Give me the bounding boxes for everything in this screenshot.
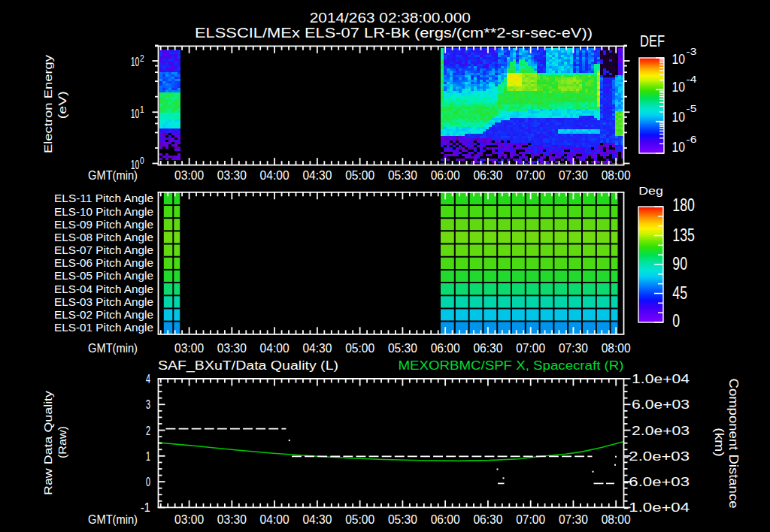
svg-text:1: 1 [140,104,144,115]
svg-text:10: 10 [672,51,686,67]
svg-text:03:30: 03:30 [217,168,247,182]
svg-text:10: 10 [131,158,140,172]
svg-text:MEXORBMC/SPF X, Spacecraft (R): MEXORBMC/SPF X, Spacecraft (R) [399,358,624,373]
svg-text:07:30: 07:30 [559,168,588,182]
svg-text:10: 10 [672,79,686,95]
svg-text:2.0e+03: 2.0e+03 [632,424,690,438]
svg-text:3: 3 [146,397,150,411]
svg-text:03:30: 03:30 [217,341,247,355]
svg-text:90: 90 [672,254,687,274]
svg-text:1: 1 [146,449,150,463]
svg-text:ELS-11 Pitch Angle: ELS-11 Pitch Angle [54,192,153,204]
svg-text:Raw Data Quality: Raw Data Quality [41,391,54,495]
svg-text:DEF: DEF [640,32,665,50]
svg-text:-1.0e+04: -1.0e+04 [623,500,690,515]
svg-text:2: 2 [140,53,144,64]
svg-text:Electron Energy: Electron Energy [41,55,54,153]
svg-text:ELS-03 Pitch Angle: ELS-03 Pitch Angle [54,296,153,308]
svg-text:05:00: 05:00 [345,512,374,526]
svg-text:2014/263 02:38:00.000: 2014/263 02:38:00.000 [310,11,471,26]
svg-text:05:00: 05:00 [345,168,374,182]
svg-text:04:30: 04:30 [302,341,332,355]
svg-text:0: 0 [672,311,680,331]
svg-text:Component Distance: Component Distance [727,379,740,509]
svg-text:-6: -6 [687,135,697,145]
svg-text:135: 135 [672,225,695,245]
svg-text:-5: -5 [687,104,697,114]
svg-text:08:00: 08:00 [602,341,631,355]
svg-text:06:00: 06:00 [431,168,460,182]
svg-text:07:30: 07:30 [559,512,588,526]
svg-text:ELS-06 Pitch Angle: ELS-06 Pitch Angle [54,257,153,269]
svg-text:04:00: 04:00 [260,512,290,526]
svg-text:03:00: 03:00 [174,512,204,526]
svg-text:04:30: 04:30 [302,168,332,182]
svg-text:-1: -1 [141,500,150,514]
svg-text:03:00: 03:00 [174,168,204,182]
svg-text:06:00: 06:00 [431,512,460,526]
svg-text:ELS-01 Pitch Angle: ELS-01 Pitch Angle [54,322,153,334]
svg-text:10: 10 [672,109,686,125]
svg-text:ELS-07 Pitch Angle: ELS-07 Pitch Angle [54,244,153,256]
svg-text:ELS-09 Pitch Angle: ELS-09 Pitch Angle [54,219,153,231]
svg-text:ELS-05 Pitch Angle: ELS-05 Pitch Angle [54,270,153,282]
svg-text:ELS-04 Pitch Angle: ELS-04 Pitch Angle [54,283,153,295]
svg-text:08:00: 08:00 [602,168,631,182]
svg-text:ELS-10 Pitch Angle: ELS-10 Pitch Angle [54,206,153,218]
svg-text:1.0e+04: 1.0e+04 [632,372,690,386]
svg-text:04:30: 04:30 [302,512,332,526]
svg-text:06:30: 06:30 [473,512,502,526]
svg-text:06:00: 06:00 [431,341,460,355]
svg-text:10: 10 [131,55,140,69]
svg-text:03:00: 03:00 [174,341,204,355]
svg-text:-4: -4 [687,74,697,85]
svg-text:05:00: 05:00 [345,341,374,355]
svg-text:4: 4 [146,372,150,385]
svg-text:07:30: 07:30 [559,341,588,355]
svg-text:-2.0e+03: -2.0e+03 [623,449,690,464]
svg-text:-6.0e+03: -6.0e+03 [623,475,690,489]
svg-text:07:00: 07:00 [516,512,545,526]
svg-text:(eV): (eV) [56,91,68,119]
svg-text:-3: -3 [687,47,697,57]
svg-text:10: 10 [672,139,686,155]
svg-text:2: 2 [146,424,150,437]
svg-text:SAF_BXuT/Data Quality (L): SAF_BXuT/Data Quality (L) [158,359,338,373]
svg-text:05:30: 05:30 [388,512,417,526]
svg-text:180: 180 [672,195,695,215]
svg-text:GMT(min): GMT(min) [88,341,138,355]
svg-text:07:00: 07:00 [516,341,545,355]
svg-text:Deg: Deg [638,184,663,197]
svg-text:(km): (km) [713,428,726,457]
svg-text:04:00: 04:00 [260,168,290,182]
svg-text:05:30: 05:30 [388,168,417,182]
svg-text:04:00: 04:00 [260,341,290,355]
svg-text:03:30: 03:30 [217,512,247,526]
svg-text:06:30: 06:30 [473,341,502,355]
svg-text:6.0e+03: 6.0e+03 [632,397,690,412]
svg-text:45: 45 [672,283,687,303]
svg-text:10: 10 [131,107,140,121]
svg-text:ELS-08 Pitch Angle: ELS-08 Pitch Angle [54,231,153,243]
svg-text:07:00: 07:00 [516,168,545,182]
svg-text:05:30: 05:30 [388,341,417,355]
svg-text:GMT(min): GMT(min) [88,512,138,526]
svg-text:ELS-02 Pitch Angle: ELS-02 Pitch Angle [54,309,153,321]
svg-text:(Raw): (Raw) [56,426,68,458]
svg-text:06:30: 06:30 [473,168,502,182]
svg-text:ELSSCIL/MEx ELS-07 LR-Bk (erg: ELSSCIL/MEx ELS-07 LR-Bk (ergs/(cm**2-sr… [195,26,593,41]
svg-text:0: 0 [146,475,150,488]
svg-text:0: 0 [140,156,144,166]
